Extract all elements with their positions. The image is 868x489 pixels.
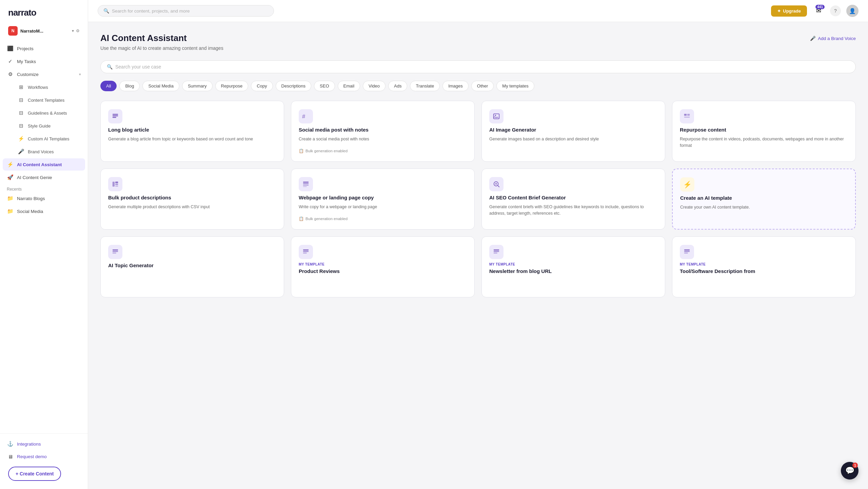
filter-chip-social-media[interactable]: Social Media [142,81,179,91]
sidebar-item-content-templates[interactable]: ⊟ Content Templates [14,94,85,106]
sidebar-item-integrations[interactable]: ⚓ Integrations [3,438,85,450]
card-ai-topic-generator[interactable]: AI Topic Generator [100,236,284,297]
filter-chip-images[interactable]: Images [442,81,469,91]
card-title: Newsletter from blog URL [489,268,657,274]
bulk-badge: 📋 Bulk generation enabled [299,216,467,221]
svg-rect-30 [684,250,690,251]
filter-chip-repurpose[interactable]: Repurpose [215,81,249,91]
card-repurpose-content[interactable]: Repurpose content Repurpose the content … [672,101,856,162]
card-ai-seo-brief-generator[interactable]: AI SEO Content Brief Generator Generate … [481,169,665,230]
sidebar-item-ai-content-assistant[interactable]: ⚡ AI Content Assistant [3,158,85,171]
sidebar-item-guidelines-assets[interactable]: ⊟ Guidelines & Assets [14,107,85,119]
card-desc: Generate images based on a description a… [489,136,657,142]
card-desc: Create your own AI content template. [680,204,848,211]
sidebar-item-ai-content-genie[interactable]: 🚀 AI Content Genie [3,171,85,183]
card-icon-social: # [299,109,313,123]
global-search[interactable]: 🔍 [98,5,274,17]
sidebar-item-customize[interactable]: ⚙ Customize ▾ [3,68,85,80]
copy-icon: 📋 [299,149,304,153]
card-long-blog-article[interactable]: Long blog article Generate a blog articl… [100,101,284,162]
workspace-avatar: N [8,26,18,36]
filter-chip-my-templates[interactable]: My templates [496,81,534,91]
page-subtitle: Use the magic of AI to create amazing co… [100,45,223,51]
filter-chip-descriptions[interactable]: Descriptions [276,81,312,91]
card-title: Bulk product descriptions [108,195,276,200]
card-bulk-product-descriptions[interactable]: Bulk product descriptions Generate multi… [100,169,284,230]
filter-chip-ads[interactable]: Ads [388,81,407,91]
filter-chip-video[interactable]: Video [363,81,386,91]
bulk-badge: 📋 Bulk generation enabled [299,149,467,153]
card-icon-product-reviews [299,245,313,259]
filter-chip-other[interactable]: Other [471,81,494,91]
svg-rect-15 [303,185,309,186]
chat-fab-button[interactable]: 💬 1 [841,462,859,480]
topbar: 🔍 ✦ Upgrade ✉ 441 ? 👤 [88,0,868,22]
card-icon-repurpose [680,109,694,123]
card-title: Product Reviews [299,268,467,274]
chevron-down-icon[interactable]: ▾ [72,28,74,33]
global-search-input[interactable] [112,8,268,14]
folder-icon: 📁 [7,208,14,214]
filter-chip-translate[interactable]: Translate [410,81,440,91]
question-icon: ? [834,8,837,14]
guidelines-icon: ⊟ [18,110,24,116]
svg-rect-32 [684,253,688,254]
sidebar-item-style-guide[interactable]: ⊟ Style Guide [14,120,85,132]
card-icon-topic [108,245,122,259]
card-tool-software-description[interactable]: MY TEMPLATE Tool/Software Description fr… [672,236,856,297]
chat-icon: 💬 [845,466,854,475]
avatar-image: 👤 [849,8,856,14]
recents-label: Recents [3,184,85,192]
topbar-right: ✦ Upgrade ✉ 441 ? 👤 [771,5,859,17]
sidebar-item-my-tasks[interactable]: ✓ My Tasks [3,55,85,67]
my-template-label: MY TEMPLATE [489,262,657,266]
filter-chip-all[interactable]: All [100,81,117,91]
card-title: AI SEO Content Brief Generator [489,195,657,200]
card-webpage-landing-page[interactable]: Webpage or landing page copy Write copy … [291,169,475,230]
sidebar-item-projects[interactable]: ⬛ Projects [3,42,85,55]
filter-chip-copy[interactable]: Copy [251,81,273,91]
card-product-reviews[interactable]: MY TEMPLATE Product Reviews [291,236,475,297]
svg-point-5 [495,115,496,116]
help-button[interactable]: ? [830,5,841,16]
card-icon-newsletter [489,245,504,259]
card-newsletter-blog-url[interactable]: MY TEMPLATE Newsletter from blog URL [481,236,665,297]
svg-line-18 [498,185,499,187]
sidebar-item-narrato-blogs[interactable]: 📁 Narrato Blogs [3,192,85,204]
workspace-switcher[interactable]: N NarratoM... ▾ ⚙ [3,23,85,38]
sidebar-item-social-media[interactable]: 📁 Social Media [3,205,85,217]
add-brand-voice-button[interactable]: 🎤 Add a Brand Voice [810,33,856,44]
filter-chip-blog[interactable]: Blog [119,81,140,91]
use-case-search-input[interactable] [115,64,849,70]
workspace-name: NarratoM... [20,28,72,34]
sidebar-item-custom-ai-templates[interactable]: ⚡ Custom AI Templates [14,133,85,145]
lightning-icon: ⚡ [18,136,24,142]
sidebar-item-brand-voices[interactable]: 🎤 Brand Voices [14,145,85,158]
card-desc: Generate multiple product descriptions w… [108,204,276,210]
svg-rect-31 [684,251,690,252]
rocket-icon: 🚀 [7,174,14,180]
filter-chip-seo[interactable]: SEO [314,81,335,91]
svg-rect-4 [494,114,499,119]
create-content-button[interactable]: + Create Content [8,467,61,481]
svg-rect-7 [687,114,690,116]
sidebar-item-workflows[interactable]: ⊞ Workflows [14,81,85,93]
my-template-label: MY TEMPLATE [299,262,467,266]
filter-chip-summary[interactable]: Summary [182,81,213,91]
sidebar-item-request-demo[interactable]: 🖥 Request demo [3,451,85,463]
chat-badge: 1 [852,463,858,468]
cards-grid-row1: Long blog article Generate a blog articl… [100,101,856,162]
use-case-search[interactable]: 🔍 [100,60,856,73]
notification-badge: 441 [815,5,825,9]
settings-icon[interactable]: ⚙ [76,28,80,33]
svg-rect-29 [494,253,497,254]
user-avatar[interactable]: 👤 [846,5,859,17]
sidebar: narrato N NarratoM... ▾ ⚙ ⬛ Projects ✓ M… [0,0,88,489]
card-title: Repurpose content [680,127,848,133]
card-social-media-post[interactable]: # Social media post with notes Create a … [291,101,475,162]
card-ai-image-generator[interactable]: AI Image Generator Generate images based… [481,101,665,162]
upgrade-button[interactable]: ✦ Upgrade [771,5,807,17]
filter-chip-email[interactable]: Email [338,81,360,91]
notifications-button[interactable]: ✉ 441 [812,5,825,17]
card-create-ai-template[interactable]: ⚡ Create an AI template Create your own … [672,169,856,230]
